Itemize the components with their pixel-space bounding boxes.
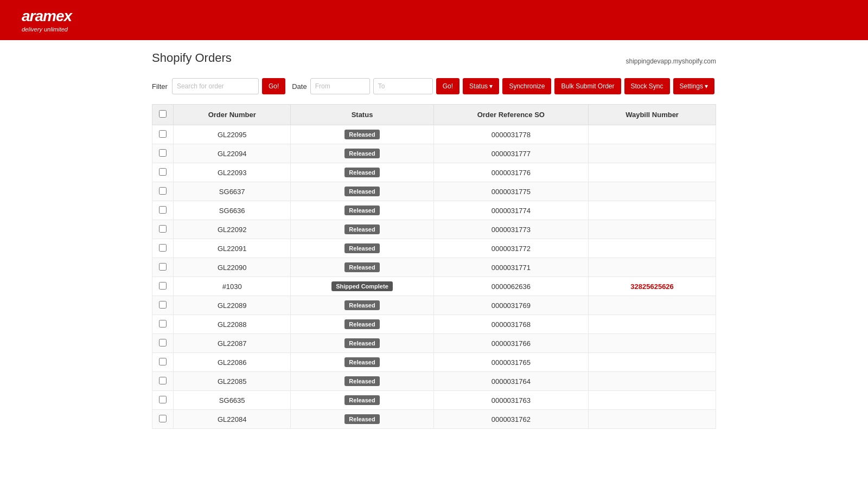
date-from-input[interactable]	[310, 78, 370, 94]
row-checkbox[interactable]	[159, 301, 167, 309]
store-url: shippingdevapp.myshopify.com	[626, 57, 716, 65]
order-ref-cell: 0000031777	[433, 144, 589, 163]
status-badge: Released	[344, 357, 379, 367]
status-cell: Released	[291, 410, 433, 429]
row-checkbox-cell	[152, 296, 174, 315]
row-checkbox[interactable]	[159, 339, 167, 346]
select-all-checkbox[interactable]	[159, 110, 167, 118]
search-go-button[interactable]: Go!	[262, 78, 285, 94]
waybill-cell	[589, 410, 716, 429]
row-checkbox-cell	[152, 239, 174, 258]
order-number-cell: GL22086	[174, 353, 291, 372]
status-cell: Released	[291, 334, 433, 353]
row-checkbox-cell	[152, 277, 174, 296]
header-order-ref: Order Reference SO	[433, 105, 589, 125]
status-badge: Released	[344, 168, 379, 177]
row-checkbox-cell	[152, 182, 174, 201]
row-checkbox[interactable]	[159, 320, 167, 328]
table-row: GL22091Released0000031772	[152, 239, 716, 258]
date-go-button[interactable]: Go!	[436, 78, 459, 94]
status-badge: Released	[344, 243, 379, 253]
row-checkbox[interactable]	[159, 206, 167, 214]
status-badge: Released	[344, 206, 379, 215]
row-checkbox[interactable]	[159, 244, 167, 252]
row-checkbox-cell	[152, 372, 174, 391]
stock-sync-button[interactable]: Stock Sync	[624, 78, 670, 94]
filter-bar: Filter Go! Date Go! Status ▾ Synchronize…	[152, 78, 716, 94]
order-ref-cell: 0000031763	[433, 391, 589, 410]
status-cell: Released	[291, 182, 433, 201]
synchronize-button[interactable]: Synchronize	[502, 78, 551, 94]
order-ref-cell: 0000031774	[433, 201, 589, 220]
table-row: GL22085Released0000031764	[152, 372, 716, 391]
row-checkbox[interactable]	[159, 187, 167, 195]
row-checkbox[interactable]	[159, 149, 167, 157]
search-input[interactable]	[172, 78, 259, 94]
row-checkbox[interactable]	[159, 358, 167, 365]
table-row: GL22086Released0000031765	[152, 353, 716, 372]
status-badge: Released	[344, 338, 379, 348]
row-checkbox[interactable]	[159, 263, 167, 271]
status-cell: Released	[291, 239, 433, 258]
order-number-cell: GL22094	[174, 144, 291, 163]
order-number-cell: SG6637	[174, 182, 291, 201]
row-checkbox[interactable]	[159, 377, 167, 384]
table-row: #1030Shipped Complete0000062636328256256…	[152, 277, 716, 296]
waybill-link[interactable]: 32825625626	[630, 282, 674, 291]
waybill-cell	[589, 182, 716, 201]
status-cell: Released	[291, 372, 433, 391]
status-cell: Released	[291, 315, 433, 334]
status-cell: Shipped Complete	[291, 277, 433, 296]
status-badge: Released	[344, 319, 379, 329]
page-header: Shopify Orders shippingdevapp.myshopify.…	[152, 51, 716, 65]
status-badge: Shipped Complete	[331, 281, 393, 291]
order-ref-cell: 0000031775	[433, 182, 589, 201]
order-number-cell: GL22084	[174, 410, 291, 429]
status-button[interactable]: Status ▾	[463, 78, 499, 94]
order-ref-cell: 0000031773	[433, 220, 589, 239]
row-checkbox-cell	[152, 201, 174, 220]
row-checkbox[interactable]	[159, 396, 167, 403]
status-cell: Released	[291, 163, 433, 182]
order-number-cell: SG6636	[174, 201, 291, 220]
row-checkbox-cell	[152, 315, 174, 334]
status-badge: Released	[344, 376, 379, 386]
row-checkbox[interactable]	[159, 415, 167, 422]
status-cell: Released	[291, 144, 433, 163]
filter-label: Filter	[152, 82, 168, 91]
table-row: SG6637Released0000031775	[152, 182, 716, 201]
date-to-input[interactable]	[373, 78, 433, 94]
status-badge: Released	[344, 262, 379, 272]
header-order-number: Order Number	[174, 105, 291, 125]
status-badge: Released	[344, 149, 379, 158]
bulk-submit-button[interactable]: Bulk Submit Order	[554, 78, 621, 94]
order-number-cell: GL22087	[174, 334, 291, 353]
order-number-cell: #1030	[174, 277, 291, 296]
status-badge: Released	[344, 414, 379, 424]
order-ref-cell: 0000031769	[433, 296, 589, 315]
waybill-cell	[589, 201, 716, 220]
row-checkbox[interactable]	[159, 130, 167, 138]
waybill-cell: 32825625626	[589, 277, 716, 296]
row-checkbox[interactable]	[159, 282, 167, 290]
waybill-cell	[589, 239, 716, 258]
row-checkbox-cell	[152, 144, 174, 163]
row-checkbox-cell	[152, 163, 174, 182]
row-checkbox-cell	[152, 391, 174, 410]
waybill-cell	[589, 315, 716, 334]
table-row: SG6635Released0000031763	[152, 391, 716, 410]
order-number-cell: GL22091	[174, 239, 291, 258]
status-cell: Released	[291, 296, 433, 315]
settings-button[interactable]: Settings ▾	[673, 78, 715, 94]
row-checkbox[interactable]	[159, 168, 167, 176]
header-status: Status	[291, 105, 433, 125]
row-checkbox[interactable]	[159, 225, 167, 233]
status-cell: Released	[291, 125, 433, 144]
table-row: GL22084Released0000031762	[152, 410, 716, 429]
order-ref-cell: 0000031772	[433, 239, 589, 258]
table-header-row: Order Number Status Order Reference SO W…	[152, 105, 716, 125]
status-badge: Released	[344, 300, 379, 310]
status-badge: Released	[344, 130, 379, 139]
waybill-cell	[589, 391, 716, 410]
status-cell: Released	[291, 201, 433, 220]
